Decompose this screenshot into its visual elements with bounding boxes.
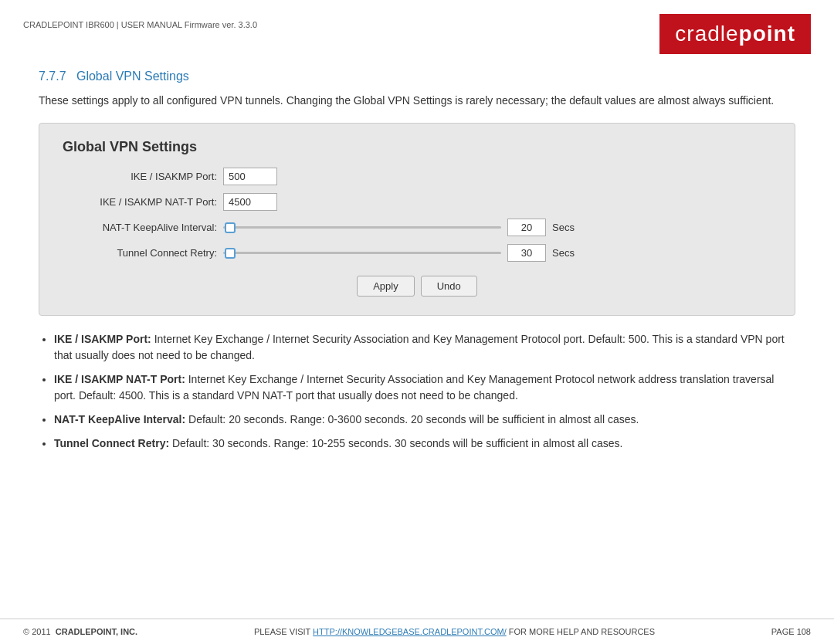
footer-link[interactable]: HTTP://KNOWLEDGEBASE.CRADLEPOINT.COM/	[313, 627, 507, 636]
bullet-list: IKE / ISAKMP Port: Internet Key Exchange…	[54, 331, 795, 452]
apply-button[interactable]: Apply	[357, 276, 415, 297]
main-content: 7.7.7 Global VPN Settings These settings…	[0, 62, 834, 467]
footer-center-prefix: PLEASE VISIT	[254, 627, 313, 636]
list-item: IKE / ISAKMP NAT-T Port: Internet Key Ex…	[54, 371, 795, 404]
tunnel-retry-slider-track[interactable]	[223, 246, 501, 260]
list-item: NAT-T KeepAlive Interval: Default: 20 se…	[54, 412, 795, 428]
document-title: CRADLEPOINT IBR600 | USER MANUAL Firmwar…	[23, 20, 257, 29]
natt-keepalive-row: NAT-T KeepAlive Interval: Secs	[63, 219, 771, 236]
tunnel-retry-slider-container: Secs	[223, 244, 575, 262]
section-heading: 7.7.7 Global VPN Settings	[39, 69, 795, 83]
logo: cradlepoint	[675, 22, 795, 46]
ike-nat-port-row: IKE / ISAKMP NAT-T Port:	[63, 193, 771, 211]
tunnel-retry-label: Tunnel Connect Retry:	[63, 247, 217, 259]
natt-keepalive-slider-container: Secs	[223, 219, 575, 236]
section-title-text: Global VPN Settings	[76, 69, 189, 83]
natt-keepalive-value-input[interactable]	[507, 219, 546, 236]
tunnel-retry-slider-thumb[interactable]	[225, 248, 236, 259]
section-number: 7.7.7	[39, 69, 66, 83]
tunnel-retry-row: Tunnel Connect Retry: Secs	[63, 244, 771, 262]
natt-keepalive-slider-line	[223, 226, 501, 229]
list-item: IKE / ISAKMP Port: Internet Key Exchange…	[54, 331, 795, 364]
natt-keepalive-slider-thumb[interactable]	[225, 222, 236, 233]
footer-page: PAGE 108	[771, 627, 811, 636]
ike-port-row: IKE / ISAKMP Port:	[63, 168, 771, 185]
footer: © 2011 CRADLEPOINT, INC. PLEASE VISIT HT…	[0, 619, 834, 644]
settings-box-title: Global VPN Settings	[63, 139, 771, 155]
list-item-text: Default: 30 seconds. Range: 10-255 secon…	[172, 437, 622, 449]
list-item-bold: IKE / ISAKMP Port:	[54, 333, 151, 345]
footer-center-suffix: FOR MORE HELP AND RESOURCES	[509, 627, 655, 636]
tunnel-retry-value-input[interactable]	[507, 244, 546, 262]
footer-center: PLEASE VISIT HTTP://KNOWLEDGEBASE.CRADLE…	[254, 627, 655, 636]
list-item-bold: NAT-T KeepAlive Interval:	[54, 413, 185, 425]
ike-nat-port-input[interactable]	[223, 193, 277, 211]
logo-box: cradlepoint	[659, 14, 811, 54]
tunnel-retry-slider-line	[223, 252, 501, 254]
ike-nat-port-label: IKE / ISAKMP NAT-T Port:	[63, 196, 217, 208]
footer-left: © 2011 CRADLEPOINT, INC.	[23, 627, 137, 636]
header: CRADLEPOINT IBR600 | USER MANUAL Firmwar…	[0, 0, 834, 62]
global-vpn-settings-box: Global VPN Settings IKE / ISAKMP Port: I…	[39, 123, 795, 316]
button-row: Apply Undo	[63, 276, 771, 297]
natt-keepalive-slider-track[interactable]	[223, 221, 501, 235]
list-item-text: Default: 20 seconds. Range: 0-3600 secon…	[188, 413, 639, 425]
footer-company: CRADLEPOINT, INC.	[56, 627, 137, 636]
ike-port-input[interactable]	[223, 168, 277, 185]
footer-right: PAGE 108	[771, 627, 811, 636]
list-item-text: Internet Key Exchange / Internet Securit…	[54, 333, 785, 361]
tunnel-retry-unit: Secs	[552, 247, 575, 259]
natt-keepalive-label: NAT-T KeepAlive Interval:	[63, 222, 217, 233]
list-item-bold: IKE / ISAKMP NAT-T Port:	[54, 373, 185, 385]
natt-keepalive-unit: Secs	[552, 222, 575, 233]
list-item-bold: Tunnel Connect Retry:	[54, 437, 169, 449]
list-item: Tunnel Connect Retry: Default: 30 second…	[54, 436, 795, 452]
intro-paragraph: These settings apply to all configured V…	[39, 93, 795, 109]
ike-port-label: IKE / ISAKMP Port:	[63, 171, 217, 182]
undo-button[interactable]: Undo	[421, 276, 477, 297]
